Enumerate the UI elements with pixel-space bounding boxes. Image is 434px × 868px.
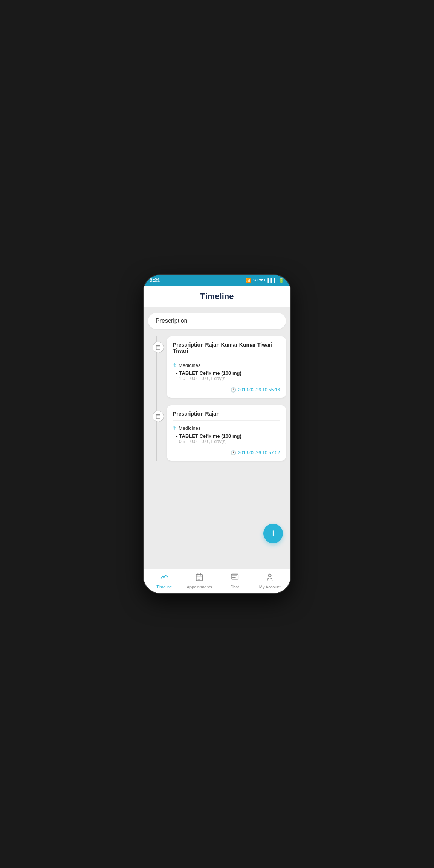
bottom-nav: Timeline Appointments — [144, 569, 290, 593]
fab-button[interactable]: + — [263, 524, 283, 543]
filter-pill[interactable]: Prescription — [148, 313, 286, 329]
app-header: Timeline — [144, 286, 290, 307]
nav-label-myaccount: My Account — [259, 585, 281, 589]
nav-label-timeline: Timeline — [156, 585, 172, 589]
prescription-card-2[interactable]: Prescription Rajan ⚕ Medicines TABLET Ce… — [167, 405, 286, 461]
timeline-container: Prescription Rajan Kumar Kumar Tiwari Ti… — [148, 336, 286, 461]
timeline-nav-icon — [160, 573, 168, 584]
status-time: 2:21 — [150, 277, 160, 283]
fab-icon: + — [270, 528, 276, 538]
nav-item-timeline[interactable]: Timeline — [147, 571, 182, 591]
timestamp-2: 🕐 2019-02-26 10:57:02 — [173, 450, 280, 455]
svg-rect-14 — [231, 574, 238, 579]
device-frame: 2:21 📶 VoLTE1 ▌▌▌ 🔋 Timeline Prescriptio… — [144, 275, 290, 593]
timeline-item: Prescription Rajan Kumar Kumar Tiwari Ti… — [167, 336, 286, 398]
svg-point-17 — [269, 574, 271, 577]
appointments-nav-icon — [195, 573, 203, 584]
clock-icon-2: 🕐 — [231, 450, 236, 455]
timeline-icon-1 — [153, 342, 164, 353]
svg-rect-4 — [156, 414, 160, 419]
myaccount-nav-icon — [266, 573, 274, 584]
timeline-item-2: Prescription Rajan ⚕ Medicines TABLET Ce… — [167, 405, 286, 461]
nav-label-chat: Chat — [230, 585, 239, 589]
medicines-section-2: ⚕ Medicines TABLET Cefixime (100 mg) 0.5… — [173, 425, 280, 444]
filter-label: Prescription — [156, 318, 187, 324]
dose-2: 0.5 – 0.0 – 0.0 ,1 day(s) — [179, 439, 280, 444]
medicines-label-1: Medicines — [179, 362, 201, 368]
nav-item-myaccount[interactable]: My Account — [252, 571, 288, 591]
prescription-card-1[interactable]: Prescription Rajan Kumar Kumar Tiwari Ti… — [167, 336, 286, 398]
signal-icon: ▌▌▌ — [268, 278, 277, 283]
battery-icon: 🔋 — [279, 278, 284, 283]
svg-rect-8 — [196, 575, 203, 581]
lte-icon: VoLTE1 — [253, 278, 265, 282]
status-icons: 📶 VoLTE1 ▌▌▌ 🔋 — [245, 278, 284, 283]
clock-icon-1: 🕐 — [231, 387, 236, 393]
page-title: Timeline — [200, 292, 234, 301]
card-title-2: Prescription Rajan — [173, 411, 280, 421]
status-bar: 2:21 📶 VoLTE1 ▌▌▌ 🔋 — [144, 275, 290, 286]
dose-1: 1.0 – 0.0 – 0.0 ,1 day(s) — [179, 376, 280, 381]
timeline-line — [156, 336, 157, 461]
svg-rect-0 — [156, 345, 160, 350]
medicines-icon-2: ⚕ — [173, 425, 176, 432]
medicines-icon-1: ⚕ — [173, 362, 176, 369]
medicines-header-2: ⚕ Medicines — [173, 425, 280, 432]
medicines-header-1: ⚕ Medicines — [173, 362, 280, 369]
wifi-icon: 📶 — [246, 278, 251, 283]
timestamp-1: 🕐 2019-02-26 10:55:16 — [173, 387, 280, 393]
timeline-icon-2 — [153, 411, 164, 422]
medicines-label-2: Medicines — [179, 425, 201, 431]
nav-label-appointments: Appointments — [187, 585, 212, 589]
content-area: Prescription Prescr — [144, 307, 290, 569]
medicines-section-1: ⚕ Medicines TABLET Cefixime (100 mg) 1.0… — [173, 362, 280, 381]
card-title-1: Prescription Rajan Kumar Kumar Tiwari Ti… — [173, 342, 280, 358]
timestamp-text-2: 2019-02-26 10:57:02 — [238, 450, 280, 455]
chat-nav-icon — [231, 573, 239, 584]
nav-item-chat[interactable]: Chat — [217, 571, 252, 591]
nav-item-appointments[interactable]: Appointments — [182, 571, 217, 591]
timestamp-text-1: 2019-02-26 10:55:16 — [238, 387, 280, 393]
tablet-name-2: TABLET Cefixime (100 mg) — [176, 433, 280, 439]
tablet-name-1: TABLET Cefixime (100 mg) — [176, 370, 280, 376]
app-screen: Timeline Prescription — [144, 286, 290, 593]
